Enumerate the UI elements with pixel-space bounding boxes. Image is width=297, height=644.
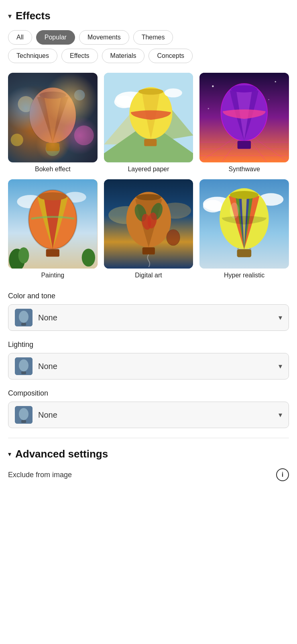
svg-line-9 <box>46 142 49 143</box>
grid-item-layered-paper[interactable]: Layered paper <box>104 73 193 173</box>
color-tone-dropdown[interactable]: None ▾ <box>8 304 289 331</box>
grid-thumb-painting <box>8 179 98 269</box>
lighting-thumb-svg <box>15 357 33 375</box>
grid-item-hyper-realistic[interactable]: Hyper realistic <box>199 179 289 279</box>
balloon-hyper-svg <box>199 179 289 269</box>
grid-thumb-digital <box>104 179 193 269</box>
grid-item-digital-art[interactable]: Digital art <box>104 179 193 279</box>
grid-thumb-synthwave <box>199 73 289 162</box>
svg-point-73 <box>19 359 28 371</box>
svg-rect-32 <box>238 141 251 149</box>
svg-point-34 <box>275 81 276 82</box>
balloon-bokeh-svg <box>8 73 98 162</box>
balloon-painting-svg <box>8 179 98 269</box>
color-tone-thumb-svg <box>15 309 33 326</box>
filter-chip-effects[interactable]: Effects <box>61 49 98 63</box>
grid-label-painting: Painting <box>41 272 64 279</box>
section-divider <box>8 438 289 438</box>
color-tone-section: Color and tone None ▾ <box>8 292 289 331</box>
grid-item-synthwave[interactable]: Synthwave <box>199 73 289 173</box>
effects-chevron-icon[interactable]: ▾ <box>8 12 12 21</box>
svg-point-35 <box>269 99 269 100</box>
effects-section-header: ▾ Effects <box>8 10 289 22</box>
filter-chip-materials[interactable]: Materials <box>102 49 145 63</box>
color-tone-label: Color and tone <box>8 292 289 300</box>
balloon-synthwave-svg <box>199 73 289 162</box>
grid-label-hyper-realistic: Hyper realistic <box>224 272 264 279</box>
grid-item-bokeh[interactable]: Bokeh effect <box>8 73 98 173</box>
svg-rect-66 <box>237 249 252 257</box>
filter-chip-concepts[interactable]: Concepts <box>148 49 193 63</box>
svg-point-76 <box>19 408 28 420</box>
composition-chevron-icon: ▾ <box>279 410 282 419</box>
grid-label-synthwave: Synthwave <box>229 166 260 173</box>
advanced-settings-header: ▾ Advanced settings <box>8 448 289 460</box>
svg-point-45 <box>39 192 67 200</box>
svg-point-70 <box>19 311 28 323</box>
exclude-from-image-row: Exclude from image i <box>8 468 289 481</box>
svg-point-3 <box>11 133 23 146</box>
svg-point-36 <box>208 108 209 109</box>
svg-point-41 <box>82 248 95 267</box>
composition-thumb-svg <box>15 406 33 424</box>
svg-point-30 <box>231 85 258 92</box>
filter-chip-themes[interactable]: Themes <box>133 30 173 45</box>
advanced-settings-title: Advanced settings <box>15 448 108 460</box>
color-tone-thumb <box>15 309 33 326</box>
svg-point-33 <box>212 85 214 87</box>
filter-chip-popular[interactable]: Popular <box>36 30 75 45</box>
filter-row-2: Techniques Effects Materials Concepts <box>8 49 289 63</box>
lighting-label: Lighting <box>8 340 289 349</box>
color-tone-chevron-icon: ▾ <box>279 313 282 322</box>
color-tone-value: None <box>38 313 273 322</box>
composition-value: None <box>38 410 273 420</box>
svg-point-4 <box>46 142 60 156</box>
composition-section: Composition None ▾ <box>8 389 289 428</box>
lighting-chevron-icon: ▾ <box>279 362 282 371</box>
svg-point-1 <box>74 90 85 100</box>
grid-label-bokeh: Bokeh effect <box>35 166 71 173</box>
balloon-digital-svg <box>104 179 193 269</box>
svg-rect-74 <box>21 371 26 374</box>
svg-rect-71 <box>21 323 26 326</box>
grid-thumb-bokeh <box>8 73 98 162</box>
svg-line-10 <box>57 142 59 143</box>
svg-point-7 <box>39 92 66 99</box>
filter-chip-all[interactable]: All <box>8 30 32 45</box>
grid-label-digital-art: Digital art <box>135 272 162 279</box>
composition-thumb <box>15 406 33 424</box>
grid-thumb-hyper <box>199 179 289 269</box>
svg-rect-77 <box>21 420 26 423</box>
filter-chip-techniques[interactable]: Techniques <box>8 49 57 63</box>
composition-dropdown[interactable]: None ▾ <box>8 402 289 428</box>
svg-point-18 <box>138 88 163 95</box>
info-icon[interactable]: i <box>276 468 289 481</box>
filter-row-1: All Popular Movements Themes <box>8 30 289 45</box>
exclude-from-image-label: Exclude from image <box>8 471 72 479</box>
svg-rect-58 <box>142 247 155 254</box>
lighting-value: None <box>38 362 273 371</box>
effects-title: Effects <box>16 10 51 22</box>
balloon-layered-svg <box>104 73 193 162</box>
svg-point-5 <box>29 88 76 143</box>
svg-point-20 <box>164 88 182 97</box>
svg-rect-8 <box>46 143 59 151</box>
svg-point-65 <box>230 191 258 199</box>
svg-point-55 <box>136 194 161 200</box>
svg-point-2 <box>74 125 94 145</box>
composition-label: Composition <box>8 389 289 398</box>
lighting-dropdown[interactable]: None ▾ <box>8 353 289 379</box>
svg-point-6 <box>29 88 76 143</box>
grid-item-painting[interactable]: Painting <box>8 179 98 279</box>
grid-label-layered-paper: Layered paper <box>128 166 169 173</box>
grid-thumb-layered <box>104 73 193 162</box>
advanced-chevron-icon[interactable]: ▾ <box>8 450 11 458</box>
svg-rect-19 <box>144 139 157 146</box>
svg-rect-46 <box>46 249 59 256</box>
svg-point-0 <box>18 96 34 112</box>
filter-chip-movements[interactable]: Movements <box>79 30 129 45</box>
lighting-section: Lighting None ▾ <box>8 340 289 379</box>
svg-point-42 <box>18 247 29 263</box>
lighting-thumb <box>15 357 33 375</box>
effects-image-grid: Bokeh effect <box>8 73 289 279</box>
